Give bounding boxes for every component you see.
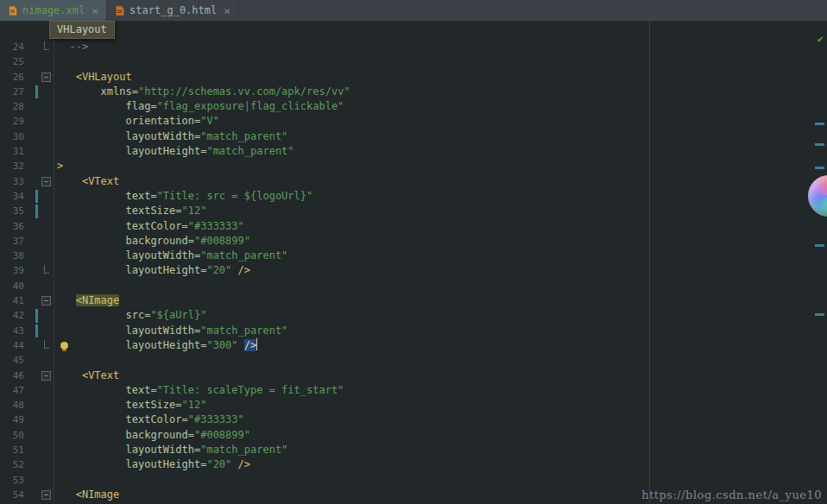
line-number: 38 [0, 249, 24, 263]
tab-start-g-0-html[interactable]: start_g_0.html × [107, 0, 239, 21]
code-line[interactable]: 46− <VText [0, 369, 827, 383]
code-line[interactable]: 27 xmlns="http://schemas.vv.com/apk/res/… [0, 85, 827, 99]
fold-spacer [40, 473, 54, 488]
code-text: <NImage [57, 488, 119, 502]
line-number: 24 [0, 40, 24, 54]
fold-spacer [40, 443, 54, 457]
gutter: 40 [0, 279, 54, 293]
code-text: layoutWidth="match_parent" [57, 443, 287, 457]
close-icon[interactable]: × [92, 5, 98, 16]
gutter: 25 [0, 54, 54, 69]
line-number: 25 [0, 54, 24, 69]
gutter: 31 [0, 144, 54, 159]
line-number: 45 [0, 353, 24, 368]
code-line[interactable]: 37 background="#008899" [0, 234, 827, 249]
code-line[interactable]: 51 layoutWidth="match_parent" [0, 443, 827, 457]
code-line[interactable]: 32> [0, 159, 827, 173]
code-line[interactable]: 48 textSize="12" [0, 398, 827, 413]
line-number: 30 [0, 129, 24, 144]
code-line[interactable]: 35 textSize="12" [0, 204, 827, 218]
code-text: text="Title: scaleType = fit_start" [57, 383, 344, 398]
code-text: --> [57, 40, 88, 54]
gutter: 42 [0, 308, 54, 323]
gutter: 26− [0, 70, 54, 85]
vcs-change-spacer [24, 443, 40, 457]
vcs-change-spacer [24, 99, 40, 114]
error-stripe[interactable]: ✔ [808, 22, 827, 504]
gutter: 41− [0, 293, 54, 308]
fold-spacer [40, 398, 54, 413]
line-number: 46 [0, 369, 24, 383]
code-line[interactable]: 30 layoutWidth="match_parent" [0, 129, 827, 144]
code-line[interactable]: 28 flag="flag_exposure|flag_clickable" [0, 99, 827, 114]
code-line[interactable]: 43 layoutWidth="match_parent" [0, 324, 827, 338]
editor-tab-bar: nimage.xml × start_g_0.html × [0, 0, 827, 22]
code-text: layoutHeight="20" /> [57, 457, 250, 472]
fold-spacer [40, 99, 54, 114]
fold-collapse-icon[interactable]: − [40, 70, 54, 85]
code-line[interactable]: 49 textColor="#333333" [0, 413, 827, 427]
code-text: flag="flag_exposure|flag_clickable" [57, 99, 344, 114]
line-number: 26 [0, 70, 24, 85]
fold-spacer [40, 219, 54, 234]
fold-end-icon[interactable] [40, 40, 54, 54]
vcs-change-bar [24, 308, 40, 323]
line-number: 48 [0, 398, 24, 413]
code-line[interactable]: 42 src="${aUrl}" [0, 308, 827, 323]
close-icon[interactable]: × [224, 5, 230, 16]
vcs-change-spacer [24, 488, 40, 502]
gutter: 36 [0, 219, 54, 234]
gutter: 38 [0, 249, 54, 263]
code-editor[interactable]: 24 -->2526− <VHLayout27 xmlns="http://sc… [0, 22, 827, 504]
code-line[interactable]: 40 [0, 279, 827, 293]
fold-end-icon[interactable] [40, 338, 54, 353]
vcs-change-spacer [24, 129, 40, 144]
gutter: 24 [0, 40, 54, 54]
tab-nimage-xml[interactable]: nimage.xml × [0, 0, 107, 21]
tag-name-tooltip: VHLayout [49, 21, 115, 39]
code-line[interactable]: 24 --> [0, 40, 827, 54]
text-caret [256, 338, 257, 350]
line-number: 51 [0, 443, 24, 457]
code-line[interactable]: 25 [0, 54, 827, 69]
code-line[interactable]: 41− <NImage [0, 293, 827, 308]
code-line[interactable]: 29 orientation="V" [0, 114, 827, 129]
fold-end-icon[interactable] [40, 263, 54, 278]
code-line[interactable]: 31 layoutHeight="match_parent" [0, 144, 827, 159]
stripe-change-mark [815, 123, 824, 125]
code-text: textColor="#333333" [57, 413, 244, 427]
vcs-change-spacer [24, 159, 40, 173]
intention-bulb-icon[interactable] [60, 342, 68, 350]
code-line[interactable]: 36 textColor="#333333" [0, 219, 827, 234]
gutter: 49 [0, 413, 54, 427]
fold-collapse-icon[interactable]: − [40, 174, 54, 189]
code-line[interactable]: 26− <VHLayout [0, 70, 827, 85]
code-text: textSize="12" [57, 204, 206, 218]
fold-collapse-icon[interactable]: − [40, 369, 54, 383]
code-line[interactable]: 52 layoutHeight="20" /> [0, 457, 827, 472]
code-line[interactable]: 53 [0, 473, 827, 488]
tab-label: nimage.xml [22, 4, 85, 16]
code-text: orientation="V" [57, 114, 219, 129]
vcs-change-spacer [24, 54, 40, 69]
code-line[interactable]: 50 background="#008899" [0, 428, 827, 443]
code-line[interactable]: 45 [0, 353, 827, 368]
vcs-change-bar [24, 324, 40, 338]
vcs-change-spacer [24, 144, 40, 159]
code-line[interactable]: 44 layoutHeight="300" /> [0, 338, 827, 353]
fold-collapse-icon[interactable]: − [40, 293, 54, 308]
code-text: <NImage [57, 293, 119, 308]
fold-spacer [40, 324, 54, 338]
line-number: 44 [0, 338, 24, 353]
code-line[interactable]: 33− <VText [0, 174, 827, 189]
code-line[interactable]: 47 text="Title: scaleType = fit_start" [0, 383, 827, 398]
code-line[interactable]: 38 layoutWidth="match_parent" [0, 249, 827, 263]
line-number: 36 [0, 219, 24, 234]
gutter: 51 [0, 443, 54, 457]
vcs-change-spacer [24, 70, 40, 85]
gutter: 32 [0, 159, 54, 173]
fold-collapse-icon[interactable]: − [40, 488, 54, 502]
code-line[interactable]: 34 text="Title: src = ${logoUrl}" [0, 189, 827, 204]
gutter: 33− [0, 174, 54, 189]
code-line[interactable]: 39 layoutHeight="20" /> [0, 263, 827, 278]
